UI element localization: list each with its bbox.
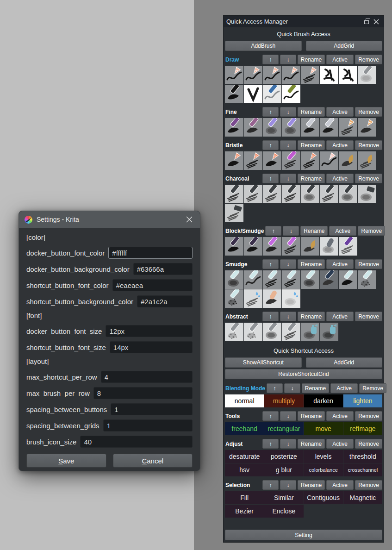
group-remove-button[interactable]: Remove [355, 140, 382, 150]
brush-tile[interactable] [282, 289, 300, 308]
group-down-button[interactable]: ↓ [280, 174, 296, 183]
group-active-button[interactable]: Active [326, 439, 354, 449]
shortcut-button[interactable]: crosschannel [343, 463, 382, 476]
brush-tile[interactable] [301, 323, 319, 341]
brush-tile[interactable] [282, 66, 300, 84]
group-remove-button[interactable]: Remove [359, 383, 386, 393]
group-down-button[interactable]: ↓ [280, 55, 296, 64]
group-up-button[interactable]: ↑ [262, 259, 279, 269]
shortcut-button[interactable]: Contiguous [304, 491, 343, 504]
brush-tile[interactable] [225, 118, 243, 137]
brush-tile[interactable] [244, 289, 262, 308]
brush-tile[interactable] [244, 151, 262, 170]
shortcut-button[interactable]: desaturate [225, 450, 264, 463]
group-remove-button[interactable]: Remove [358, 226, 385, 236]
shortcut-button[interactable]: threshold [343, 450, 382, 463]
brush-tile[interactable] [301, 185, 319, 203]
group-up-button[interactable]: ↑ [262, 312, 279, 321]
brush-tile[interactable] [301, 237, 319, 256]
brush-tile[interactable] [225, 270, 243, 289]
shortcut-button[interactable]: Similar [264, 491, 303, 504]
brush-tile[interactable] [225, 237, 243, 256]
brush-tile[interactable] [263, 118, 281, 137]
brush-tile[interactable] [339, 118, 357, 137]
brush-tile[interactable] [320, 66, 338, 84]
brush-tile[interactable] [301, 151, 319, 170]
brush-tile[interactable] [282, 151, 300, 170]
group-active-button[interactable]: Active [326, 140, 354, 150]
group-up-button[interactable]: ↑ [265, 226, 281, 236]
spacing_between_buttons-input[interactable] [111, 403, 193, 415]
brush-tile[interactable] [301, 118, 319, 137]
group-active-button[interactable]: Active [326, 174, 354, 183]
setting-button[interactable]: Setting [225, 530, 382, 540]
group-down-button[interactable]: ↓ [280, 411, 296, 421]
shortcut-button[interactable]: Fill [225, 491, 264, 504]
brush-tile[interactable] [358, 185, 376, 203]
group-remove-button[interactable]: Remove [355, 107, 382, 117]
shortcut-button[interactable]: rectangular [264, 422, 303, 435]
group-rename-button[interactable]: Rename [300, 226, 328, 236]
shortcut_button_background_color-input[interactable] [137, 295, 193, 307]
group-remove-button[interactable]: Remove [355, 259, 382, 269]
brush-tile[interactable] [320, 118, 338, 137]
shortcut-button[interactable]: colorbalance [304, 463, 343, 476]
brush-tile[interactable] [244, 185, 262, 203]
brush-tile[interactable] [244, 66, 262, 84]
group-rename-button[interactable]: Rename [298, 312, 325, 321]
group-rename-button[interactable]: Rename [298, 55, 325, 64]
group-rename-button[interactable]: Rename [298, 107, 325, 117]
group-rename-button[interactable]: Rename [298, 480, 325, 490]
brush-tile[interactable] [263, 237, 281, 256]
brush-tile[interactable] [263, 289, 281, 308]
group-active-button[interactable]: Active [326, 107, 354, 117]
brush-tile[interactable] [282, 323, 300, 341]
shortcut-button[interactable]: Bezier [225, 505, 264, 518]
brush-tile[interactable] [282, 118, 300, 137]
brush-tile[interactable] [225, 151, 243, 170]
group-down-button[interactable]: ↓ [280, 140, 296, 150]
docker_button_font_color-input[interactable] [108, 247, 193, 259]
shortcut_button_font_size-input[interactable] [110, 341, 193, 353]
dialog-close-icon[interactable] [184, 214, 194, 225]
group-rename-button[interactable]: Rename [298, 140, 325, 150]
shortcut-button[interactable]: move [304, 422, 343, 435]
brush-tile[interactable] [263, 66, 281, 84]
group-active-button[interactable]: Active [326, 55, 354, 64]
brush-tile[interactable] [244, 270, 262, 289]
brush-tile[interactable] [339, 270, 357, 289]
group-up-button[interactable]: ↑ [262, 140, 279, 150]
shortcut-button[interactable]: Magnetic [343, 491, 382, 504]
group-up-button[interactable]: ↑ [262, 55, 279, 64]
brush-tile[interactable] [244, 237, 262, 256]
group-up-button[interactable]: ↑ [262, 480, 279, 490]
group-active-button[interactable]: Active [330, 383, 358, 393]
shortcut-button[interactable]: posterize [264, 450, 303, 463]
group-active-button[interactable]: Active [326, 480, 354, 490]
brush-tile[interactable] [339, 66, 357, 84]
brush-tile[interactable] [358, 66, 376, 84]
brush-tile[interactable] [339, 185, 357, 203]
group-up-button[interactable]: ↑ [262, 174, 279, 183]
brush-tile[interactable] [225, 323, 243, 341]
group-remove-button[interactable]: Remove [355, 55, 382, 64]
brush-tile[interactable] [244, 85, 262, 103]
group-rename-button[interactable]: Rename [298, 439, 325, 449]
group-up-button[interactable]: ↑ [262, 411, 279, 421]
add-shortcut-grid-button[interactable]: AddGrid [306, 357, 383, 368]
brush-tile[interactable] [320, 323, 338, 341]
spacing_between_grids-input[interactable] [103, 419, 193, 431]
max_shortcut_per_row-input[interactable] [101, 371, 193, 383]
brush-tile[interactable] [282, 237, 300, 256]
brush-tile[interactable] [263, 185, 281, 203]
group-down-button[interactable]: ↓ [284, 383, 300, 393]
group-up-button[interactable]: ↑ [267, 383, 283, 393]
group-remove-button[interactable]: Remove [355, 411, 382, 421]
brush-tile[interactable] [263, 323, 281, 341]
brush-tile[interactable] [358, 151, 376, 170]
shortcut-button[interactable]: lighten [343, 394, 382, 407]
brush-tile[interactable] [244, 118, 262, 137]
brush-tile[interactable] [263, 270, 281, 289]
brush-tile[interactable] [263, 151, 281, 170]
brush-tile[interactable] [339, 237, 357, 256]
